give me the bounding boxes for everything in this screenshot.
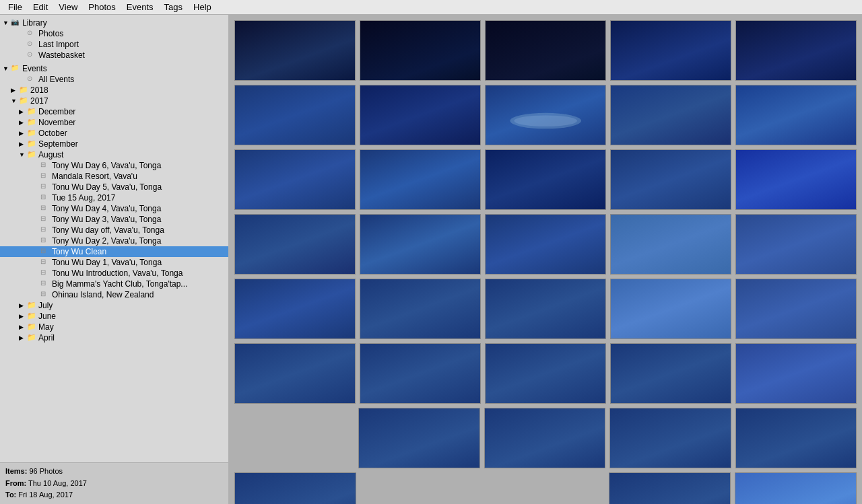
sidebar-item-december[interactable]: ▶ 📁 December [0, 106, 228, 117]
photo-thumb[interactable] [610, 214, 731, 275]
sidebar-item-september[interactable]: ▶ 📁 September [0, 139, 228, 149]
menu-view[interactable]: View [53, 1, 83, 13]
photo-thumb[interactable] [360, 214, 481, 275]
menu-edit[interactable]: Edit [28, 1, 53, 13]
sidebar-item-july[interactable]: ▶ 📁 July [0, 300, 228, 311]
menu-photos[interactable]: Photos [83, 1, 121, 13]
sidebar-tree[interactable]: ▼ 📷 Library ⊙ Photos ⊙ Last Import ⊙ Was… [0, 15, 228, 462]
sidebar-item-tony-dayoff[interactable]: ⊟ Tony Wu day off, Vava'u, Tonga [0, 225, 228, 236]
sidebar-item-tony-day2[interactable]: ⊟ Tony Wu Day 2, Vava'u, Tonga [0, 236, 228, 246]
photo-thumb[interactable] [234, 279, 356, 339]
august-icon: 📁 [27, 150, 36, 159]
sidebar-item-may[interactable]: ▶ 📁 May [0, 322, 228, 332]
sidebar-item-2017[interactable]: ▼ 📁 2017 [0, 96, 228, 106]
sidebar-item-last-import[interactable]: ⊙ Last Import [0, 39, 228, 50]
november-toggle[interactable]: ▶ [19, 119, 27, 126]
photo-thumb[interactable] [485, 343, 606, 404]
sidebar-item-ohinau[interactable]: ⊟ Ohinau Island, New Zealand [0, 289, 228, 300]
sidebar-item-october[interactable]: ▶ 📁 October [0, 128, 228, 139]
sidebar-item-mandala[interactable]: ⊟ Mandala Resort, Vava'u [0, 171, 228, 182]
menu-help[interactable]: Help [188, 1, 217, 13]
july-toggle[interactable]: ▶ [19, 302, 27, 309]
sidebar-item-august[interactable]: ▼ 📁 August [0, 149, 228, 160]
photo-thumb[interactable] [609, 408, 731, 468]
events-header[interactable]: ▼ 📁 Events [0, 63, 228, 74]
2017-toggle[interactable]: ▼ [11, 98, 19, 104]
mandala-icon: ⊟ [40, 172, 50, 181]
last-import-label: Last Import [38, 40, 79, 49]
sidebar-item-2018[interactable]: ▶ 📁 2018 [0, 85, 228, 96]
august-toggle[interactable]: ▼ [19, 151, 27, 158]
may-toggle[interactable]: ▶ [19, 324, 27, 330]
photo-grid[interactable] [229, 15, 862, 504]
photo-thumb[interactable] [234, 149, 356, 210]
photo-thumb[interactable] [234, 20, 356, 81]
events-toggle[interactable]: ▼ [3, 65, 11, 72]
sidebar-item-tonu-day5[interactable]: ⊟ Tonu Wu Day 5, Vava'u, Tonga [0, 182, 228, 192]
photo-thumb[interactable] [485, 149, 606, 210]
photo-thumb[interactable] [735, 85, 857, 145]
sidebar-item-tony-day4[interactable]: ⊟ Tony Wu Day 4, Vava'u, Tonga [0, 203, 228, 214]
2018-toggle[interactable]: ▶ [11, 87, 19, 94]
items-value: 96 Photos [29, 467, 63, 475]
photo-thumb[interactable] [360, 149, 481, 210]
photo-thumb[interactable] [234, 214, 356, 275]
photo-thumb[interactable] [360, 85, 481, 145]
sidebar-item-wastebasket[interactable]: ⊙ Wastebasket [0, 50, 228, 61]
photo-thumb[interactable] [234, 472, 356, 504]
photo-thumb[interactable] [485, 85, 606, 145]
sidebar-item-april[interactable]: ▶ 📁 April [0, 332, 228, 343]
sidebar-item-tue15[interactable]: ⊟ Tue 15 Aug, 2017 [0, 192, 228, 203]
menu-tags[interactable]: Tags [159, 1, 188, 13]
sidebar-item-june[interactable]: ▶ 📁 June [0, 311, 228, 322]
library-header[interactable]: ▼ 📷 Library [0, 17, 228, 28]
tony-dayoff-label: Tony Wu day off, Vava'u, Tonga [52, 225, 164, 235]
june-toggle[interactable]: ▶ [19, 313, 27, 320]
photo-row [234, 343, 857, 404]
december-toggle[interactable]: ▶ [19, 108, 27, 115]
sidebar-item-tonu-day1[interactable]: ⊟ Tonu Wu Day 1, Vava'u, Tonga [0, 257, 228, 268]
sidebar-item-november[interactable]: ▶ 📁 November [0, 117, 228, 128]
sidebar-item-photos[interactable]: ⊙ Photos [0, 28, 228, 39]
library-toggle[interactable]: ▼ [3, 20, 11, 26]
photo-thumb[interactable] [735, 149, 857, 210]
photo-thumb[interactable] [485, 279, 606, 339]
menu-file[interactable]: File [3, 1, 28, 13]
photo-thumb[interactable] [610, 20, 731, 81]
photo-thumb[interactable] [610, 85, 731, 145]
photo-thumb[interactable] [735, 214, 857, 275]
sidebar-item-tony-wu-day6[interactable]: ⊟ Tony Wu Day 6, Vava'u, Tonga [0, 160, 228, 171]
photo-thumb[interactable] [234, 85, 356, 145]
sidebar-item-tonu-intro[interactable]: ⊟ Tonu Wu Introduction, Vava'u, Tonga [0, 268, 228, 279]
july-icon: 📁 [27, 301, 36, 310]
photo-thumb[interactable] [358, 408, 479, 468]
october-toggle[interactable]: ▶ [19, 130, 27, 137]
sidebar-footer: Items: 96 Photos From: Thu 10 Aug, 2017 … [0, 462, 228, 504]
photo-thumb[interactable] [610, 149, 731, 210]
sidebar-item-tony-clean[interactable]: ⊟ Tony Wu Clean [0, 246, 228, 257]
photo-thumb[interactable] [234, 343, 356, 404]
photo-thumb[interactable] [484, 408, 605, 468]
august-label: August [38, 150, 63, 159]
april-toggle[interactable]: ▶ [19, 334, 27, 341]
sidebar-item-big-mamma[interactable]: ⊟ Big Mamma's Yacht Club, Tonga'tap... [0, 279, 228, 289]
photos-label: Photos [38, 29, 63, 38]
photo-thumb[interactable] [360, 343, 481, 404]
photo-thumb[interactable] [735, 343, 857, 404]
photo-thumb[interactable] [485, 214, 606, 275]
photo-thumb[interactable] [610, 279, 731, 339]
photo-thumb[interactable] [360, 20, 481, 81]
sidebar-item-all-events[interactable]: ⊙ All Events [0, 74, 228, 85]
photo-thumb[interactable] [735, 279, 857, 339]
sidebar-item-tony-day3[interactable]: ⊟ Tony Wu Day 3, Vava'u, Tonga [0, 214, 228, 225]
photo-thumb[interactable] [485, 20, 606, 81]
menu-events[interactable]: Events [121, 1, 159, 13]
photo-thumb[interactable] [735, 472, 857, 504]
photo-thumb[interactable] [735, 20, 857, 81]
photo-thumb[interactable] [609, 472, 731, 504]
sidebar: ▼ 📷 Library ⊙ Photos ⊙ Last Import ⊙ Was… [0, 15, 229, 504]
photo-thumb[interactable] [610, 343, 731, 404]
september-toggle[interactable]: ▶ [19, 141, 27, 147]
photo-thumb[interactable] [735, 408, 857, 468]
photo-thumb[interactable] [360, 279, 481, 339]
